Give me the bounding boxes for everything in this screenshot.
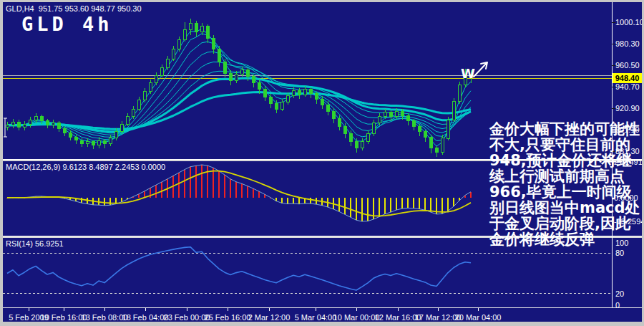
macd-bar: [253, 188, 254, 198]
macd-bar: [401, 198, 403, 208]
candle-body: [332, 111, 335, 119]
time-axis-tick: [228, 308, 228, 311]
candle-body: [429, 137, 432, 148]
candle-body: [52, 123, 54, 125]
time-axis-label: 20 Mar 04:00: [455, 313, 502, 322]
macd-bar: [241, 183, 243, 198]
macd-bar: [190, 167, 191, 198]
candle-body: [240, 70, 243, 75]
moving-average-line: [7, 29, 471, 147]
candle-body: [389, 112, 392, 117]
candle-body: [57, 123, 60, 129]
candle-body: [69, 133, 72, 137]
candle-body: [355, 142, 358, 148]
macd-bar: [356, 198, 357, 220]
macd-bar: [109, 198, 111, 205]
rsi-pane[interactable]: [3, 238, 613, 307]
candle-body: [326, 105, 329, 111]
time-axis-label: 10 Mar 00:00: [333, 313, 380, 322]
macd-bar: [379, 198, 380, 217]
price-axis-tick: [612, 44, 615, 44]
candle-body: [6, 125, 9, 128]
macd-bar: [419, 198, 420, 209]
time-axis-tick: [269, 308, 270, 311]
candle-body: [315, 94, 318, 100]
time-axis-tick: [478, 308, 479, 311]
macd-bar: [396, 198, 397, 210]
macd-bar: [350, 198, 351, 217]
candle-body: [11, 122, 14, 125]
candle-body: [303, 90, 306, 95]
window-frame-bottom: [0, 322, 644, 326]
macd-bar: [81, 198, 82, 203]
candle-body: [166, 59, 169, 67]
candle-body: [63, 128, 66, 133]
price-axis-label: 920.90: [615, 104, 640, 112]
time-axis-label: 2 Mar 12:00: [248, 313, 291, 322]
time-axis-tick: [356, 308, 357, 311]
macd-bar: [470, 192, 472, 198]
candle-body: [401, 111, 404, 115]
candle-body: [298, 90, 301, 95]
price-axis-label: 980.30: [615, 39, 640, 48]
moving-average-line: [7, 62, 471, 135]
candle-body: [137, 100, 140, 109]
chart-window: W GLD,H4 951.75 953.60 948.77 950.30 GLD…: [0, 0, 644, 326]
time-axis-label: 10 Feb 16:00: [41, 313, 87, 322]
candle-body: [172, 49, 175, 59]
macd-bar: [430, 198, 431, 212]
candle-body: [372, 123, 375, 134]
macd-bar: [361, 198, 363, 221]
candle-body: [424, 132, 426, 138]
candle-body: [160, 68, 163, 76]
price-axis-label: 1000.10: [615, 18, 644, 27]
time-axis-tick: [187, 308, 187, 311]
price-axis-label: 960.50: [615, 61, 640, 69]
macd-bar: [298, 198, 300, 204]
macd-signal-line: [7, 171, 471, 216]
candle-body: [338, 119, 341, 127]
candle-body: [40, 117, 43, 121]
price-tag: 948.40: [613, 73, 642, 83]
w-marker: W: [461, 66, 475, 81]
annotation-text: 金价大幅下挫的可能性 不大,只要守住目前的 948,预计金价还将继 续上行测试前…: [489, 121, 640, 247]
macd-bar: [230, 179, 231, 198]
macd-bar: [384, 198, 386, 214]
annotation-line: 金价大幅下挫的可能性: [489, 121, 640, 137]
candle-body: [441, 138, 444, 153]
macd-bar: [178, 173, 180, 198]
rsi-axis-label: 80: [615, 249, 624, 257]
candle-body: [452, 101, 455, 120]
macd-bar: [424, 198, 426, 210]
price-axis-tick: [612, 108, 615, 109]
candle-body: [378, 117, 381, 123]
macd-bar: [224, 175, 225, 198]
candle-body: [92, 142, 94, 145]
candle-body: [395, 111, 398, 117]
candle-body: [149, 83, 152, 92]
time-axis[interactable]: 5 Feb 200910 Feb 16:0013 Feb 08:0018 Feb…: [3, 307, 642, 322]
macd-bar: [293, 198, 294, 203]
candle-body: [195, 23, 197, 32]
candle-body: [361, 142, 364, 148]
candle-body: [132, 109, 135, 117]
candle-body: [212, 39, 215, 49]
candle-body: [246, 70, 249, 77]
candle-body: [343, 126, 346, 134]
candle-body: [17, 122, 20, 128]
price-axis-label: 940.70: [615, 82, 640, 91]
macd-bar: [121, 198, 122, 202]
time-axis-tick: [29, 308, 29, 311]
time-axis-tick: [104, 308, 105, 311]
candle-body: [97, 140, 100, 145]
time-axis-label: 25 Feb 16:00: [205, 313, 251, 322]
candle-body: [418, 126, 421, 132]
candle-body: [406, 115, 409, 121]
candle-body: [29, 120, 31, 124]
moving-average-line: [7, 78, 471, 132]
candle-body: [183, 29, 186, 39]
macd-bar: [407, 198, 409, 208]
candle-body: [435, 148, 438, 153]
candle-body: [189, 23, 192, 29]
candle-body: [103, 140, 106, 144]
